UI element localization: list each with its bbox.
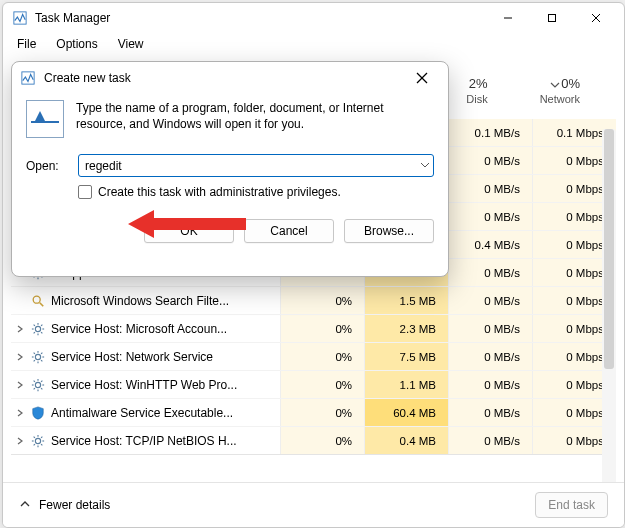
cell-disk: 0.1 MB/s [448, 119, 532, 146]
svg-line-30 [34, 352, 35, 353]
minimize-button[interactable] [486, 3, 530, 33]
cell-disk: 0 MB/s [448, 203, 532, 230]
ok-button[interactable]: OK [144, 219, 234, 243]
svg-line-24 [41, 324, 42, 325]
dialog-close-button[interactable] [404, 63, 440, 93]
menu-options[interactable]: Options [48, 35, 105, 53]
svg-point-43 [35, 438, 40, 443]
process-icon [29, 434, 47, 448]
dialog-description: Type the name of a program, folder, docu… [76, 98, 434, 132]
table-row[interactable]: Service Host: Network Service0%7.5 MB0 M… [11, 343, 616, 371]
process-name: Antimalware Service Executable... [47, 406, 280, 420]
svg-line-40 [41, 388, 42, 389]
svg-line-22 [41, 332, 42, 333]
svg-line-21 [34, 324, 35, 325]
col-network-pct: 0% [500, 76, 580, 91]
task-manager-window: Task Manager File Options View % ory 2% … [2, 2, 625, 528]
fewer-details-toggle[interactable]: Fewer details [19, 498, 110, 513]
svg-point-14 [33, 296, 40, 303]
admin-label: Create this task with administrative pri… [98, 185, 341, 199]
cell-memory: 1.5 MB [364, 287, 448, 314]
svg-line-31 [41, 360, 42, 361]
end-task-button[interactable]: End task [535, 492, 608, 518]
close-button[interactable] [574, 3, 618, 33]
process-name: Service Host: WinHTTP Web Pro... [47, 378, 280, 392]
expand-icon[interactable] [11, 353, 29, 361]
expand-icon[interactable] [11, 437, 29, 445]
titlebar: Task Manager [3, 3, 624, 33]
admin-checkbox[interactable] [78, 185, 92, 199]
cell-disk: 0.4 MB/s [448, 231, 532, 258]
window-title: Task Manager [35, 11, 110, 25]
cell-cpu: 0% [280, 343, 364, 370]
table-row[interactable]: Microsoft Windows Search Filte...0%1.5 M… [11, 287, 616, 315]
scrollbar[interactable] [602, 129, 616, 509]
table-row[interactable]: Antimalware Service Executable...0%60.4 … [11, 399, 616, 427]
col-network[interactable]: 0% Network [500, 67, 592, 113]
cell-disk: 0 MB/s [448, 343, 532, 370]
table-row[interactable]: Service Host: Microsoft Accoun...0%2.3 M… [11, 315, 616, 343]
expand-icon[interactable] [11, 409, 29, 417]
process-icon [29, 322, 47, 336]
table-row[interactable]: Service Host: TCP/IP NetBIOS H...0%0.4 M… [11, 427, 616, 455]
process-name: Service Host: TCP/IP NetBIOS H... [47, 434, 280, 448]
menubar: File Options View [3, 33, 624, 59]
svg-line-39 [34, 380, 35, 381]
svg-point-16 [35, 326, 40, 331]
svg-line-48 [34, 436, 35, 437]
cell-memory: 7.5 MB [364, 343, 448, 370]
cell-disk: 0 MB/s [448, 259, 532, 286]
scrollbar-thumb[interactable] [604, 129, 614, 369]
cell-cpu: 0% [280, 399, 364, 426]
chevron-down-icon[interactable] [550, 79, 560, 93]
menu-file[interactable]: File [9, 35, 44, 53]
create-new-task-dialog: Create new task Type the name of a progr… [11, 61, 449, 277]
dialog-title: Create new task [44, 71, 131, 85]
footer: Fewer details End task [3, 482, 624, 527]
process-icon [29, 294, 47, 308]
svg-point-25 [35, 354, 40, 359]
run-dialog-icon [20, 70, 36, 86]
process-name: Microsoft Windows Search Filte... [47, 294, 280, 308]
dropdown-icon[interactable] [420, 159, 430, 173]
process-name: Service Host: Microsoft Accoun... [47, 322, 280, 336]
svg-line-32 [34, 360, 35, 361]
expand-icon[interactable] [11, 381, 29, 389]
svg-line-42 [41, 380, 42, 381]
menu-view[interactable]: View [110, 35, 152, 53]
expand-icon[interactable] [11, 325, 29, 333]
cell-memory: 2.3 MB [364, 315, 448, 342]
cell-disk: 0 MB/s [448, 427, 532, 454]
chevron-up-icon [19, 498, 31, 513]
maximize-button[interactable] [530, 3, 574, 33]
process-name: Service Host: Network Service [47, 350, 280, 364]
process-icon [29, 350, 47, 364]
open-label: Open: [26, 159, 68, 173]
svg-line-50 [34, 444, 35, 445]
open-input[interactable] [78, 154, 434, 177]
svg-point-34 [35, 382, 40, 387]
cell-disk: 0 MB/s [448, 175, 532, 202]
cell-memory: 60.4 MB [364, 399, 448, 426]
task-manager-icon [13, 11, 27, 25]
svg-line-41 [34, 388, 35, 389]
table-row[interactable]: Service Host: WinHTTP Web Pro...0%1.1 MB… [11, 371, 616, 399]
cell-disk: 0 MB/s [448, 147, 532, 174]
svg-rect-2 [549, 15, 556, 22]
dialog-titlebar: Create new task [12, 62, 448, 94]
svg-line-33 [41, 352, 42, 353]
cell-memory: 1.1 MB [364, 371, 448, 398]
process-icon [29, 406, 47, 420]
fewer-details-label: Fewer details [39, 498, 110, 512]
cell-disk: 0 MB/s [448, 287, 532, 314]
run-large-icon [26, 100, 64, 138]
browse-button[interactable]: Browse... [344, 219, 434, 243]
cell-disk: 0 MB/s [448, 399, 532, 426]
cancel-button[interactable]: Cancel [244, 219, 334, 243]
cell-disk: 0 MB/s [448, 315, 532, 342]
cell-cpu: 0% [280, 315, 364, 342]
cell-disk: 0 MB/s [448, 371, 532, 398]
svg-line-15 [40, 302, 44, 306]
svg-line-51 [41, 436, 42, 437]
admin-privileges-row[interactable]: Create this task with administrative pri… [78, 185, 434, 199]
